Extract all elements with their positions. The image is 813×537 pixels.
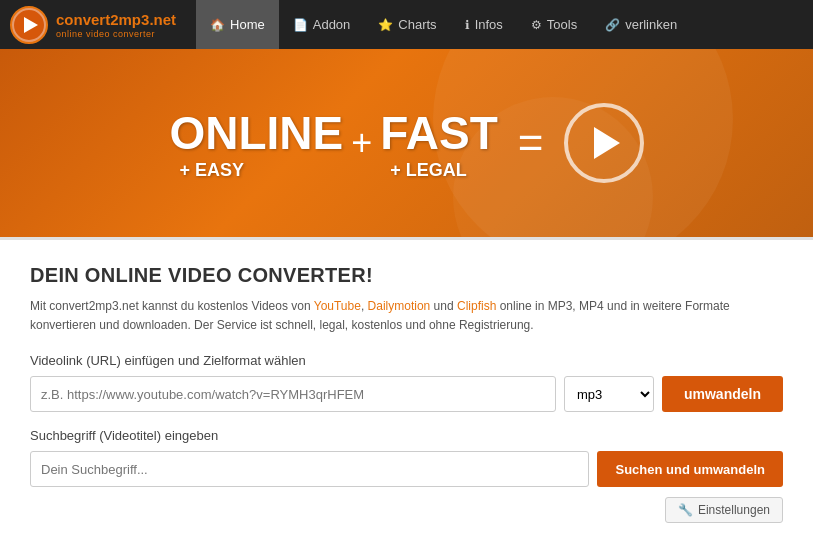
search-button[interactable]: Suchen und umwandeln bbox=[597, 451, 783, 487]
nav-label-home: Home bbox=[230, 17, 265, 32]
description: Mit convert2mp3.net kannst du kostenlos … bbox=[30, 297, 783, 335]
nav-label-charts: Charts bbox=[398, 17, 436, 32]
hero-plus-easy: + EASY bbox=[179, 160, 244, 181]
home-icon: 🏠 bbox=[210, 18, 225, 32]
hero-online-block: ONLINE + EASY bbox=[169, 106, 343, 181]
nav-item-tools[interactable]: ⚙ Tools bbox=[517, 0, 591, 49]
hero-banner: ONLINE + EASY + FAST + LEGAL = bbox=[0, 49, 813, 237]
brand-text: convert2mp3 bbox=[56, 11, 149, 28]
search-input[interactable] bbox=[30, 451, 589, 487]
desc-part1: Mit convert2mp3.net kannst du kostenlos … bbox=[30, 299, 314, 313]
brand-tld: .net bbox=[149, 11, 176, 28]
desc-sep1: , bbox=[361, 299, 368, 313]
nav-link-home[interactable]: 🏠 Home bbox=[196, 0, 279, 49]
nav-label-infos: Infos bbox=[475, 17, 503, 32]
nav-link-verlinken[interactable]: 🔗 verlinken bbox=[591, 0, 691, 49]
convert-button[interactable]: umwandeln bbox=[662, 376, 783, 412]
logo-icon bbox=[10, 6, 48, 44]
logo[interactable]: convert2mp3.net online video converter bbox=[10, 6, 176, 44]
hero-fast-block: FAST + LEGAL bbox=[380, 106, 498, 181]
verlinken-icon: 🔗 bbox=[605, 18, 620, 32]
nav-link-addon[interactable]: 📄 Addon bbox=[279, 0, 365, 49]
url-field-label: Videolink (URL) einfügen und Zielformat … bbox=[30, 353, 783, 368]
nav-item-addon[interactable]: 📄 Addon bbox=[279, 0, 365, 49]
nav-label-addon: Addon bbox=[313, 17, 351, 32]
nav-item-home[interactable]: 🏠 Home bbox=[196, 0, 279, 49]
nav-item-charts[interactable]: ⭐ Charts bbox=[364, 0, 450, 49]
nav-label-verlinken: verlinken bbox=[625, 17, 677, 32]
brand-name: convert2mp3.net bbox=[56, 11, 176, 29]
link-clipfish[interactable]: Clipfish bbox=[457, 299, 496, 313]
charts-icon: ⭐ bbox=[378, 18, 393, 32]
settings-label: Einstellungen bbox=[698, 503, 770, 517]
nav-label-tools: Tools bbox=[547, 17, 577, 32]
format-select[interactable]: mp3 mp4 aac ogg flac bbox=[564, 376, 654, 412]
nav-link-charts[interactable]: ⭐ Charts bbox=[364, 0, 450, 49]
settings-icon: 🔧 bbox=[678, 503, 693, 517]
url-input[interactable] bbox=[30, 376, 556, 412]
nav-link-tools[interactable]: ⚙ Tools bbox=[517, 0, 591, 49]
main-content: DEIN ONLINE VIDEO CONVERTER! Mit convert… bbox=[0, 237, 813, 537]
settings-row: 🔧 Einstellungen bbox=[30, 497, 783, 523]
nav-item-infos[interactable]: ℹ Infos bbox=[451, 0, 517, 49]
hero-text: ONLINE + EASY + FAST + LEGAL = bbox=[169, 103, 643, 183]
settings-button[interactable]: 🔧 Einstellungen bbox=[665, 497, 783, 523]
hero-plus1: + bbox=[351, 122, 372, 164]
hero-word-online: ONLINE bbox=[169, 106, 343, 160]
logo-text: convert2mp3.net online video converter bbox=[56, 11, 176, 39]
navbar: convert2mp3.net online video converter 🏠… bbox=[0, 0, 813, 49]
nav-link-infos[interactable]: ℹ Infos bbox=[451, 0, 517, 49]
hero-plus-legal: + LEGAL bbox=[390, 160, 467, 181]
url-input-row: mp3 mp4 aac ogg flac umwandeln bbox=[30, 376, 783, 412]
hero-equals: = bbox=[518, 118, 544, 168]
page-heading: DEIN ONLINE VIDEO CONVERTER! bbox=[30, 264, 783, 287]
tools-icon: ⚙ bbox=[531, 18, 542, 32]
search-input-row: Suchen und umwandeln bbox=[30, 451, 783, 487]
infos-icon: ℹ bbox=[465, 18, 470, 32]
link-dailymotion[interactable]: Dailymotion bbox=[368, 299, 431, 313]
hero-logo-icon bbox=[564, 103, 644, 183]
hero-word-fast: FAST bbox=[380, 106, 498, 160]
nav-list: 🏠 Home 📄 Addon ⭐ Charts ℹ Infos ⚙ bbox=[196, 0, 691, 49]
link-youtube[interactable]: YouTube bbox=[314, 299, 361, 313]
tagline: online video converter bbox=[56, 29, 176, 39]
nav-item-verlinken[interactable]: 🔗 verlinken bbox=[591, 0, 691, 49]
addon-icon: 📄 bbox=[293, 18, 308, 32]
search-field-label: Suchbegriff (Videotitel) eingeben bbox=[30, 428, 783, 443]
desc-sep2: und bbox=[430, 299, 457, 313]
